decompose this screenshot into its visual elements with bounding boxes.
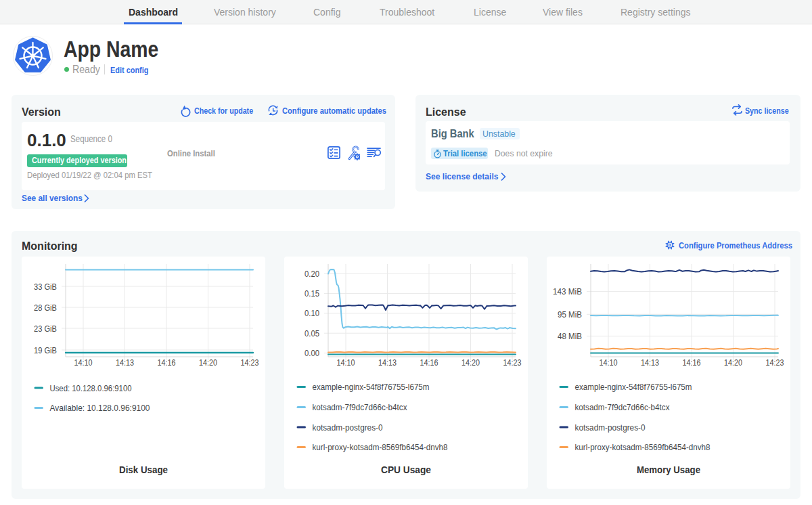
svg-text:0.10: 0.10 [304, 308, 319, 318]
svg-text:kotsadm-7f9dc7d66c-b4tcx: kotsadm-7f9dc7d66c-b4tcx [313, 402, 407, 412]
svg-text:0.15: 0.15 [304, 288, 319, 299]
svg-text:kurl-proxy-kotsadm-8569fb6454-: kurl-proxy-kotsadm-8569fb6454-dnvh8 [313, 442, 448, 452]
svg-text:14:16: 14:16 [420, 357, 438, 368]
svg-text:143 MiB: 143 MiB [553, 286, 582, 297]
svg-text:example-nginx-54f8f76755-l675m: example-nginx-54f8f76755-l675m [575, 382, 692, 392]
svg-text:14:23: 14:23 [503, 357, 522, 368]
svg-text:kurl-proxy-kotsadm-8569fb6454-: kurl-proxy-kotsadm-8569fb6454-dnvh8 [575, 442, 710, 452]
svg-text:Available: 10.128.0.96:9100: Available: 10.128.0.96:9100 [50, 403, 150, 413]
svg-text:kotsadm-postgres-0: kotsadm-postgres-0 [575, 422, 646, 433]
svg-text:14:23: 14:23 [766, 357, 784, 368]
svg-text:33 GiB: 33 GiB [34, 282, 57, 292]
svg-text:Memory Usage: Memory Usage [637, 464, 700, 475]
svg-text:14:16: 14:16 [683, 357, 701, 368]
svg-text:CPU Usage: CPU Usage [381, 464, 431, 475]
svg-text:14:20: 14:20 [724, 357, 742, 368]
svg-text:Used: 10.128.0.96:9100: Used: 10.128.0.96:9100 [50, 383, 132, 393]
svg-text:28 GiB: 28 GiB [34, 303, 57, 313]
svg-text:0.00: 0.00 [304, 348, 319, 358]
svg-text:19 GiB: 19 GiB [34, 345, 57, 355]
svg-text:95 MiB: 95 MiB [558, 309, 582, 320]
svg-text:0.05: 0.05 [304, 328, 319, 338]
svg-text:14:10: 14:10 [337, 357, 355, 368]
svg-text:14:10: 14:10 [600, 357, 618, 368]
svg-text:14:10: 14:10 [74, 357, 93, 368]
svg-text:Disk Usage: Disk Usage [119, 464, 168, 475]
svg-text:14:13: 14:13 [378, 357, 397, 368]
svg-text:kotsadm-7f9dc7d66c-b4tcx: kotsadm-7f9dc7d66c-b4tcx [575, 402, 670, 412]
svg-text:14:16: 14:16 [158, 357, 176, 368]
svg-text:23 GiB: 23 GiB [34, 324, 57, 334]
svg-text:14:20: 14:20 [461, 357, 480, 368]
svg-text:14:13: 14:13 [641, 357, 659, 368]
svg-text:14:13: 14:13 [116, 357, 134, 368]
svg-text:14:20: 14:20 [199, 357, 217, 368]
svg-text:example-nginx-54f8f76755-l675m: example-nginx-54f8f76755-l675m [313, 382, 430, 392]
svg-text:kotsadm-postgres-0: kotsadm-postgres-0 [313, 422, 383, 433]
svg-text:48 MiB: 48 MiB [558, 331, 582, 341]
svg-text:14:23: 14:23 [241, 357, 259, 368]
svg-text:0.20: 0.20 [304, 269, 319, 279]
